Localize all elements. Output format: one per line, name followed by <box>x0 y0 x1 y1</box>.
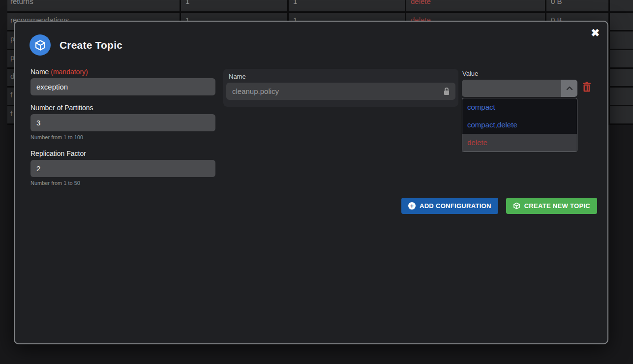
extra-cell <box>610 106 633 123</box>
extra-cell <box>610 31 633 49</box>
extra-cell <box>610 0 633 11</box>
extra-cell <box>610 50 633 67</box>
replication-input[interactable] <box>30 160 215 177</box>
create-new-topic-label: CREATE NEW TOPIC <box>524 202 590 210</box>
topic-name-cell: returns <box>7 0 181 11</box>
extra-cell <box>610 69 633 86</box>
table-row[interactable]: returns 1 1 delete 0 B <box>7 0 633 13</box>
partitions-input[interactable] <box>30 114 215 131</box>
name-label-text: Name <box>30 68 49 76</box>
replicas-cell: 1 <box>289 0 406 11</box>
option-compact[interactable]: compact <box>462 98 577 116</box>
config-value-label: Value <box>462 70 577 77</box>
extra-cell <box>610 13 633 30</box>
partitions-cell: 1 <box>181 0 289 11</box>
topic-name-input[interactable] <box>30 78 215 95</box>
topic-cube-icon <box>30 34 51 56</box>
value-select-current[interactable] <box>462 80 561 97</box>
value-options-dropdown: compact compact,delete delete <box>462 98 577 152</box>
value-select[interactable] <box>462 80 577 97</box>
lock-icon <box>443 87 450 97</box>
mandatory-label: (mandatory) <box>51 68 88 76</box>
config-name-wrap <box>226 83 455 100</box>
config-name-label: Name <box>229 73 455 80</box>
modal-actions: + ADD CONFIGURATION CREATE NEW TOPIC <box>401 198 597 214</box>
modal-header: Create Topic <box>30 34 122 56</box>
extra-cell <box>610 88 633 105</box>
trash-icon[interactable] <box>582 82 591 94</box>
replication-helper-text: Number from 1 to 50 <box>30 180 215 186</box>
config-value-group: Value compact compact,delete delete <box>462 69 577 97</box>
add-configuration-button[interactable]: + ADD CONFIGURATION <box>401 198 498 214</box>
close-icon[interactable]: ✖ <box>591 27 600 39</box>
add-configuration-label: ADD CONFIGURATION <box>420 202 491 210</box>
replication-label: Replication Factor <box>30 150 215 157</box>
modal-title: Create Topic <box>60 39 122 51</box>
page: returns 1 1 delete 0 B recommendations 1… <box>0 0 633 364</box>
config-name-input[interactable] <box>226 83 455 100</box>
create-topic-modal: ✖ Create Topic Name (mandatory) Number o… <box>14 21 608 344</box>
partitions-label: Number of Partitions <box>30 104 215 112</box>
option-delete[interactable]: delete <box>462 134 577 152</box>
option-compact-delete[interactable]: compact,delete <box>462 116 577 134</box>
size-cell: 0 B <box>546 0 610 11</box>
cube-icon <box>513 202 520 210</box>
create-new-topic-button[interactable]: CREATE NEW TOPIC <box>506 198 597 214</box>
partitions-helper-text: Number from 1 to 100 <box>30 134 215 140</box>
name-label: Name (mandatory) <box>30 68 215 76</box>
plus-circle-icon: + <box>408 202 416 210</box>
configuration-panel: Name <box>223 69 458 107</box>
topic-form: Name (mandatory) Number of Partitions Nu… <box>30 68 215 186</box>
cleanup-policy-cell: delete <box>406 0 546 11</box>
chevron-up-icon[interactable] <box>561 80 577 97</box>
